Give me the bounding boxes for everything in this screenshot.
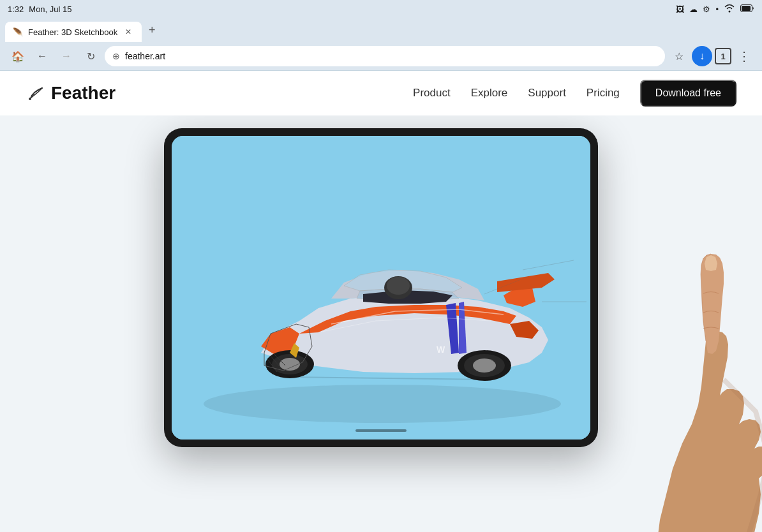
site-logo[interactable]: Feather: [26, 83, 413, 103]
reload-button[interactable]: ↻: [80, 46, 101, 66]
tab-bar: 🪶 Feather: 3D Sketchbook ✕ +: [0, 18, 762, 42]
svg-text:W: W: [437, 344, 445, 355]
nav-support[interactable]: Support: [528, 87, 566, 100]
os-bar-left: 1:32 Mon, Jul 15: [8, 4, 72, 14]
car-sketch-illustration: W: [172, 136, 590, 440]
indicator-dot: •: [715, 4, 719, 14]
tablet-screen: W: [172, 136, 590, 440]
tab-count-button[interactable]: 1: [715, 48, 731, 64]
hero-section: W: [0, 115, 762, 532]
os-date: Mon, Jul 15: [29, 4, 71, 14]
browser-chrome: 🪶 Feather: 3D Sketchbook ✕ + 🏠 ← → ↻ ⊕ f…: [0, 18, 762, 71]
nav-actions: ☆ ↓ 1 ⋮: [669, 46, 754, 66]
menu-button[interactable]: ⋮: [734, 46, 754, 66]
camera-icon: 🖼: [676, 4, 684, 14]
scroll-indicator: [355, 429, 407, 432]
battery-icon: [740, 4, 754, 14]
os-bar-right: 🖼 ☁ ⚙ •: [676, 4, 754, 15]
tab-close-button[interactable]: ✕: [123, 26, 134, 38]
address-security-icon: ⊕: [112, 51, 120, 61]
home-button[interactable]: 🏠: [8, 46, 28, 66]
download-btn-wrapper: Download free: [640, 80, 736, 107]
tab-title: Feather: 3D Sketchbook: [28, 27, 117, 37]
website-content: Feather Product Explore Support Pricing …: [0, 71, 762, 532]
bookmark-button[interactable]: ☆: [669, 46, 689, 66]
navigation-bar: 🏠 ← → ↻ ⊕ feather.art ☆ ↓ 1 ⋮: [0, 42, 762, 70]
feather-logo-icon: [26, 83, 46, 103]
tablet-mockup: W: [164, 128, 598, 454]
site-nav: Product Explore Support Pricing Download…: [413, 80, 736, 107]
svg-point-4: [204, 385, 561, 423]
active-tab[interactable]: 🪶 Feather: 3D Sketchbook ✕: [5, 22, 142, 42]
tab-favicon: 🪶: [13, 27, 23, 37]
download-button[interactable]: ↓: [692, 46, 712, 66]
forward-button[interactable]: →: [56, 46, 77, 66]
svg-rect-1: [742, 6, 751, 11]
nav-product[interactable]: Product: [413, 87, 451, 100]
site-header: Feather Product Explore Support Pricing …: [0, 71, 762, 115]
svg-point-6: [387, 277, 410, 295]
nav-pricing[interactable]: Pricing: [586, 87, 620, 100]
address-bar[interactable]: ⊕ feather.art: [105, 46, 665, 66]
settings-icon: ⚙: [703, 4, 710, 14]
svg-point-12: [473, 358, 496, 373]
download-free-button[interactable]: Download free: [640, 80, 736, 107]
os-status-bar: 1:32 Mon, Jul 15 🖼 ☁ ⚙ •: [0, 0, 762, 18]
new-tab-button[interactable]: +: [143, 21, 161, 39]
url-text: feather.art: [125, 51, 657, 61]
back-button[interactable]: ←: [32, 46, 52, 66]
cloud-icon: ☁: [689, 4, 698, 14]
watch-label: Watch: [699, 516, 724, 526]
nav-explore[interactable]: Explore: [471, 87, 508, 100]
os-time: 1:32: [8, 4, 24, 14]
svg-point-2: [29, 98, 31, 100]
wifi-icon: [724, 4, 735, 15]
logo-text: Feather: [51, 83, 116, 103]
tablet-frame: W: [164, 128, 598, 447]
